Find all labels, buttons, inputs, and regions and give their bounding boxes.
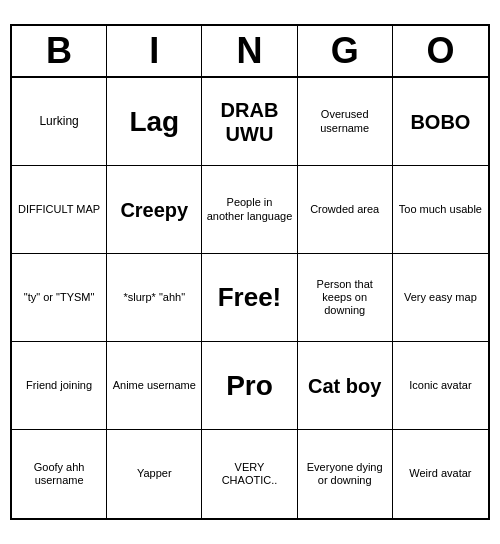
bingo-header-letter: I xyxy=(107,26,202,76)
bingo-header: BINGO xyxy=(12,26,488,78)
bingo-header-letter: O xyxy=(393,26,488,76)
bingo-cell: Person that keeps on downing xyxy=(298,254,393,342)
bingo-cell: BOBO xyxy=(393,78,488,166)
bingo-card: BINGO LurkingLagDRAB UWUOverused usernam… xyxy=(10,24,490,520)
bingo-cell: Cat boy xyxy=(298,342,393,430)
bingo-cell: Too much usable xyxy=(393,166,488,254)
bingo-grid: LurkingLagDRAB UWUOverused usernameBOBOD… xyxy=(12,78,488,518)
bingo-cell: Crowded area xyxy=(298,166,393,254)
bingo-cell: VERY CHAOTIC.. xyxy=(202,430,297,518)
bingo-cell: People in another language xyxy=(202,166,297,254)
bingo-cell: Anime username xyxy=(107,342,202,430)
bingo-cell: Overused username xyxy=(298,78,393,166)
bingo-cell: Iconic avatar xyxy=(393,342,488,430)
bingo-header-letter: B xyxy=(12,26,107,76)
bingo-cell: Pro xyxy=(202,342,297,430)
bingo-header-letter: G xyxy=(298,26,393,76)
bingo-cell: Lurking xyxy=(12,78,107,166)
bingo-cell: Very easy map xyxy=(393,254,488,342)
bingo-cell: Friend joining xyxy=(12,342,107,430)
bingo-cell: Weird avatar xyxy=(393,430,488,518)
bingo-cell: Creepy xyxy=(107,166,202,254)
bingo-cell: DIFFICULT MAP xyxy=(12,166,107,254)
bingo-cell: Yapper xyxy=(107,430,202,518)
bingo-cell: Goofy ahh username xyxy=(12,430,107,518)
bingo-cell: Everyone dying or downing xyxy=(298,430,393,518)
bingo-cell: Free! xyxy=(202,254,297,342)
bingo-cell: DRAB UWU xyxy=(202,78,297,166)
bingo-cell: Lag xyxy=(107,78,202,166)
bingo-cell: *slurp* "ahh" xyxy=(107,254,202,342)
bingo-header-letter: N xyxy=(202,26,297,76)
bingo-cell: "ty" or "TYSM" xyxy=(12,254,107,342)
